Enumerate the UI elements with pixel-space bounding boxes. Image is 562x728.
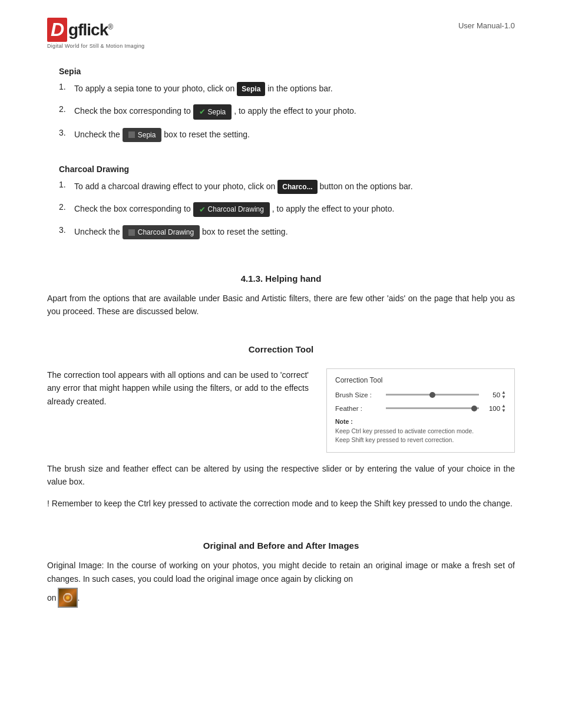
note-line2: Keep Shift key pressed to revert correct… [335,436,454,443]
charcoal-content-1: To add a charcoal drawing effect to your… [74,180,515,194]
charcoal-num-3: 3. [59,225,74,235]
brush-slider[interactable] [386,394,479,396]
charcoal-dark-button-1[interactable]: Charco... [277,180,317,194]
logo-d-letter: D [47,18,67,42]
brush-spinner[interactable]: ▲ ▼ [501,390,506,400]
svg-rect-2 [65,593,70,595]
original-images-para: Original Image: In the course of working… [47,559,515,608]
correction-tool-heading: Correction Tool [47,344,515,354]
charcoal-content-3: Uncheck the Charcoal Drawing box to rese… [74,225,515,239]
charcoal-content-2: Check the box corresponding to ✔Charcoal… [74,202,515,218]
correction-tool-layout: The correction tool appears with all opt… [47,368,515,453]
sepia-num-1: 1. [59,82,74,91]
brush-value: 50 [482,391,500,398]
brush-para: The brush size and feather effect can be… [47,462,515,489]
sepia-num-2: 2. [59,104,74,114]
charcoal-heading: Charcoal Drawing [59,164,515,174]
original-para-before: Original Image: In the course of working… [47,561,515,583]
remember-para: ! Remember to keep the Ctrl key pressed … [47,497,515,510]
feather-row: Feather : 100 ▲ ▼ [335,404,506,413]
sepia-unchecked-button[interactable]: Sepia [123,128,162,142]
helping-hand-heading: 4.1.3. Helping hand [47,274,515,284]
svg-point-1 [66,596,70,599]
brush-size-row: Brush Size : 50 ▲ ▼ [335,390,506,400]
logo: D gflick® [47,18,144,42]
sepia-heading: Sepia [59,67,515,76]
logo-container: D gflick® Digital World for Still & Moti… [47,18,144,49]
correction-tool-box: Correction Tool Brush Size : 50 ▲ ▼ Feat… [326,368,515,453]
sepia-content-1: To apply a sepia tone to your photo, cli… [74,82,515,96]
feather-label: Feather : [335,405,382,412]
sepia-section: Sepia 1. To apply a sepia tone to your p… [47,67,515,142]
sepia-content-2: Check the box corresponding to ✔Sepia , … [74,104,515,120]
feather-spinner[interactable]: ▲ ▼ [501,404,506,413]
logo-gflick-text: gflick® [68,21,113,39]
sepia-item-1: 1. To apply a sepia tone to your photo, … [59,82,515,96]
original-image-icon[interactable] [58,588,78,608]
correction-box-title: Correction Tool [335,376,506,384]
correction-note: Note : Keep Ctrl key pressed to activate… [335,417,506,445]
charcoal-item-2: 2. Check the box corresponding to ✔Charc… [59,202,515,218]
original-images-heading: Original and Before and After Images [47,541,515,551]
correction-tool-text: The correction tool appears with all opt… [47,368,309,408]
feather-slider[interactable] [386,407,479,409]
sepia-checked-button[interactable]: ✔Sepia [193,104,232,120]
brush-down-arrow[interactable]: ▼ [501,395,506,400]
sepia-item-2: 2. Check the box corresponding to ✔Sepia… [59,104,515,120]
charcoal-unchecked-button[interactable]: Charcoal Drawing [123,225,200,239]
note-line1: Keep Ctrl key pressed to activate correc… [335,427,474,434]
logo-tagline: Digital World for Still & Motion Imaging [47,43,144,49]
charcoal-item-3: 3. Uncheck the Charcoal Drawing box to r… [59,225,515,239]
sepia-content-3: Uncheck the Sepia box to reset the setti… [74,128,515,142]
charcoal-list: 1. To add a charcoal drawing effect to y… [59,180,515,240]
sepia-dark-button-1[interactable]: Sepia [237,82,265,96]
brush-label: Brush Size : [335,391,382,398]
original-para-after: . [78,591,80,604]
feather-slider-thumb[interactable] [471,406,477,411]
helping-hand-para: Apart from the options that are availabl… [47,292,515,318]
charcoal-section: Charcoal Drawing 1. To add a charcoal dr… [47,164,515,240]
brush-slider-thumb[interactable] [429,392,435,398]
charcoal-checked-button[interactable]: ✔Charcoal Drawing [193,202,270,218]
sepia-item-3: 3. Uncheck the Sepia box to reset the se… [59,128,515,142]
sepia-num-3: 3. [59,128,74,137]
sepia-list: 1. To apply a sepia tone to your photo, … [59,82,515,142]
charcoal-item-1: 1. To add a charcoal drawing effect to y… [59,180,515,194]
header: D gflick® Digital World for Still & Moti… [47,18,515,49]
charcoal-num-1: 1. [59,180,74,189]
feather-down-arrow[interactable]: ▼ [501,409,506,413]
camera-icon [61,591,74,604]
note-label: Note : [335,418,353,425]
on-text: on [47,591,57,604]
charcoal-num-2: 2. [59,202,74,212]
user-manual-label: User Manual-1.0 [458,21,515,30]
feather-value: 100 [482,405,500,412]
correction-tool-box-wrapper: Correction Tool Brush Size : 50 ▲ ▼ Feat… [326,368,515,453]
